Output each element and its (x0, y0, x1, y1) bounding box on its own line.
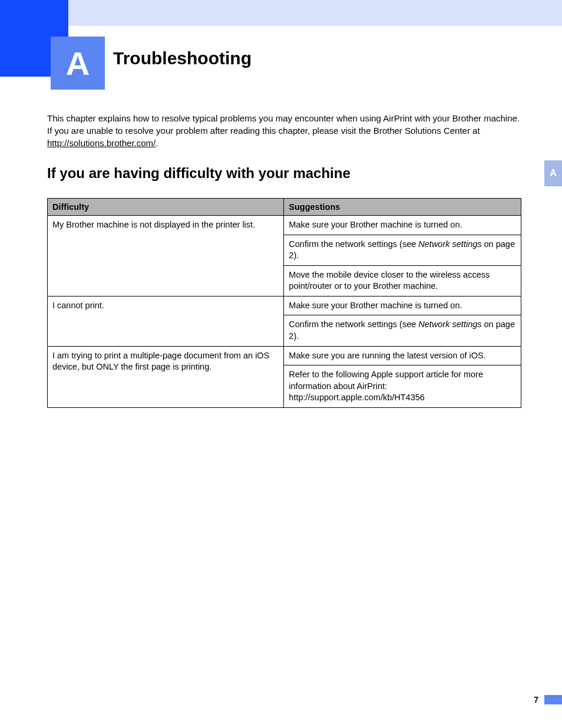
chapter-badge: A (51, 37, 105, 90)
section-heading: If you are having difficulty with your m… (47, 165, 351, 182)
page: A Troubleshooting This chapter explains … (0, 0, 562, 728)
intro-paragraph: This chapter explains how to resolve typ… (47, 112, 521, 149)
th-difficulty: Difficulty (48, 199, 284, 216)
suggestion-prefix: Confirm the network settings (see (289, 319, 418, 329)
table-body: My Brother machine is not displayed in t… (48, 216, 521, 408)
cell-suggestion: Confirm the network settings (see Networ… (284, 315, 521, 346)
intro-text-before: This chapter explains how to resolve typ… (47, 113, 520, 136)
suggestion-italic: Network settings (418, 319, 481, 329)
suggestion-italic: Network settings (418, 239, 481, 249)
intro-link[interactable]: http://solutions.brother.com/ (47, 138, 156, 148)
suggestion-prefix: Confirm the network settings (see (289, 239, 418, 249)
table-row: I cannot print.Make sure your Brother ma… (48, 296, 521, 315)
table-row: My Brother machine is not displayed in t… (48, 216, 521, 235)
chapter-title: Troubleshooting (113, 48, 252, 68)
cell-suggestion: Make sure your Brother machine is turned… (284, 296, 521, 315)
cell-difficulty: My Brother machine is not displayed in t… (48, 216, 284, 297)
intro-text-after: . (156, 138, 158, 148)
cell-difficulty: I am trying to print a multiple-page doc… (48, 346, 284, 407)
chapter-badge-letter: A (66, 44, 90, 83)
cell-suggestion: Refer to the following Apple support art… (284, 365, 521, 408)
side-tab: A (544, 160, 562, 186)
cell-difficulty: I cannot print. (48, 296, 284, 346)
cell-suggestion: Confirm the network settings (see Networ… (284, 235, 521, 265)
page-number: 7 (534, 695, 538, 704)
cell-suggestion: Make sure you are running the latest ver… (284, 346, 521, 365)
side-tab-label: A (550, 168, 557, 179)
page-number-bar (544, 695, 562, 704)
th-suggestions: Suggestions (284, 199, 521, 216)
cell-suggestion: Move the mobile device closer to the wir… (284, 265, 521, 296)
troubleshooting-table: Difficulty Suggestions My Brother machin… (47, 198, 521, 408)
table-header-row: Difficulty Suggestions (48, 199, 521, 216)
header-band (68, 0, 562, 26)
cell-suggestion: Make sure your Brother machine is turned… (284, 216, 521, 235)
table-row: I am trying to print a multiple-page doc… (48, 346, 521, 365)
